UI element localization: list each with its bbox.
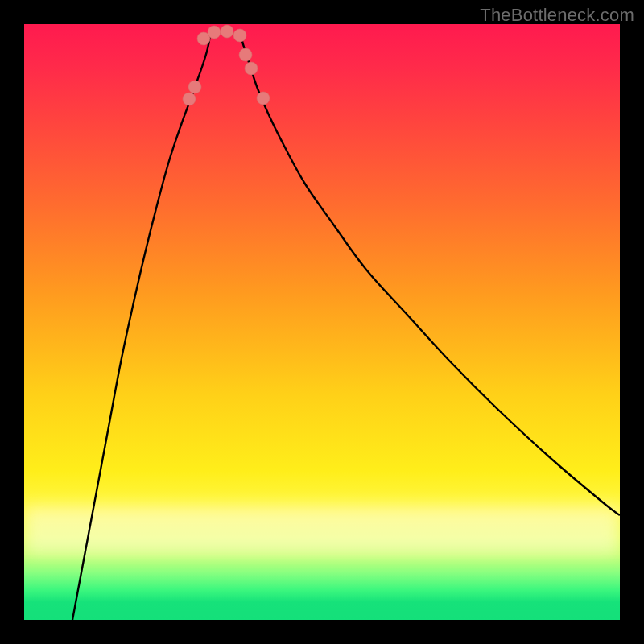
chart-svg	[24, 24, 620, 620]
data-point	[208, 26, 221, 39]
data-points	[183, 25, 270, 105]
data-point	[245, 62, 258, 75]
right-curve	[240, 31, 620, 515]
watermark-text: TheBottleneck.com	[480, 5, 634, 26]
data-point	[257, 92, 270, 105]
data-point	[239, 48, 252, 61]
data-point	[221, 25, 233, 38]
data-point	[183, 93, 196, 105]
data-point	[233, 29, 246, 42]
chart-frame	[24, 24, 620, 620]
data-point	[188, 80, 201, 93]
left-curve	[72, 31, 211, 620]
